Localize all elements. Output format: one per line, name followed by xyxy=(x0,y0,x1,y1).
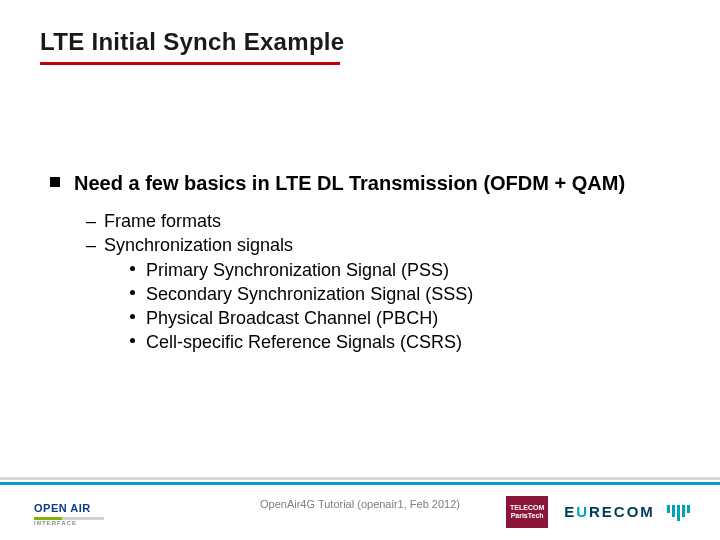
dot-bullet-icon xyxy=(130,314,135,319)
eurecom-text-pre: E xyxy=(564,503,576,520)
bullet-text: Cell-specific Reference Signals (CSRS) xyxy=(146,332,462,352)
telecom-paristech-logo: TELECOM ParisTech xyxy=(506,496,548,528)
slide-title: LTE Initial Synch Example xyxy=(40,28,344,56)
eurecom-text-u: U xyxy=(576,503,589,520)
eurecom-logo: EURECOM xyxy=(564,503,690,521)
footer-divider-light xyxy=(0,477,720,480)
telecom-line1: TELECOM xyxy=(510,504,544,512)
bullet-text: Need a few basics in LTE DL Transmission… xyxy=(74,172,625,194)
logo-text-air: AIR xyxy=(70,502,90,514)
bullet-text: Primary Synchronization Signal (PSS) xyxy=(146,260,449,280)
bullet-level-3: Physical Broadcast Channel (PBCH) xyxy=(130,306,670,330)
bullet-text: Secondary Synchronization Signal (SSS) xyxy=(146,284,473,304)
right-logos: TELECOM ParisTech EURECOM xyxy=(506,496,690,528)
logo-text-open: OPEN xyxy=(34,502,67,514)
bullet-text: Physical Broadcast Channel (PBCH) xyxy=(146,308,438,328)
bullet-level-3: Secondary Synchronization Signal (SSS) xyxy=(130,282,670,306)
dash-bullet-icon: – xyxy=(86,209,96,233)
dot-bullet-icon xyxy=(130,266,135,271)
bullet-level-2: – Synchronization signals xyxy=(86,233,670,257)
title-underline xyxy=(40,62,340,65)
logo-subtext: INTERFACE xyxy=(34,520,104,526)
dot-bullet-icon xyxy=(130,290,135,295)
slide: LTE Initial Synch Example Need a few bas… xyxy=(0,0,720,540)
square-bullet-icon xyxy=(50,177,60,187)
openair-logo: OPEN AIR INTERFACE xyxy=(34,503,104,526)
eurecom-bars-icon xyxy=(667,505,690,521)
dash-bullet-icon: – xyxy=(86,233,96,257)
bullet-level-2: – Frame formats xyxy=(86,209,670,233)
telecom-line2: ParisTech xyxy=(511,512,544,520)
dot-bullet-icon xyxy=(130,338,135,343)
bullet-level-3: Cell-specific Reference Signals (CSRS) xyxy=(130,330,670,354)
eurecom-text-post: RECOM xyxy=(589,503,655,520)
slide-content: Need a few basics in LTE DL Transmission… xyxy=(50,170,670,355)
footer-divider-accent xyxy=(0,482,720,485)
bullet-level-1: Need a few basics in LTE DL Transmission… xyxy=(50,170,670,197)
bullet-level-3: Primary Synchronization Signal (PSS) xyxy=(130,258,670,282)
bullet-text: Frame formats xyxy=(104,211,221,231)
bullet-text: Synchronization signals xyxy=(104,235,293,255)
